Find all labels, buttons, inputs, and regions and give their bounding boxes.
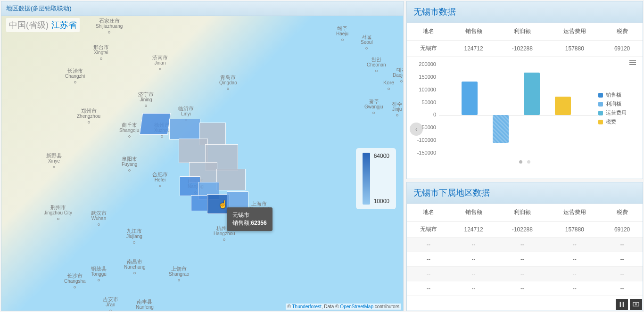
region-nantong[interactable] [216, 169, 246, 190]
chart-legend: 销售额 利润额 运营费用 税费 [598, 61, 639, 156]
legend-max: 64000 [374, 153, 389, 159]
col-name: 地名 [407, 23, 450, 41]
svg-rect-1 [623, 302, 624, 307]
tooltip-metric-value: 62356 [251, 220, 266, 226]
region-nanjing[interactable] [180, 176, 200, 196]
map-attribution: © Thunderforest, Data © OpenStreetMap co… [286, 304, 401, 310]
legend-profit[interactable]: 利润额 [606, 100, 621, 107]
subregion-panel: 无锡市下属地区数据 地名 销售额 利润额 运营费用 税费 无锡市124712-1… [406, 182, 643, 311]
table-row[interactable]: 无锡市124712-10228815788069120 [407, 222, 643, 238]
chart-pager [411, 156, 639, 168]
attribution-osm-link[interactable]: OpenStreetMap [340, 304, 373, 309]
map-panel-title: 地区数据(多层钻取联动) [1, 1, 403, 16]
map-city-label: 青岛市Qingdao [219, 74, 237, 91]
map-city-label: 郑州市Zhengzhou [77, 108, 100, 124]
bar-tax[interactable] [555, 97, 571, 115]
map-city-label: 南丰县Nanfeng [136, 299, 154, 311]
map-city-label: 济宁市Jining [138, 91, 154, 108]
col-profit: 利润额 [497, 23, 547, 41]
map-city-label: 荆州市Jingzhou City [44, 205, 72, 221]
map-city-label: 长沙市Changsha [64, 273, 86, 289]
legend-cost[interactable]: 运营费用 [606, 109, 627, 116]
map-city-label: 진주Jinju [392, 101, 402, 117]
bar-sales[interactable] [462, 82, 478, 115]
map-breadcrumb: 中国(省级) 江苏省 [6, 18, 80, 32]
map-city-label: 上饶市Shangrao [169, 266, 189, 282]
legend-tax[interactable]: 税费 [606, 118, 616, 125]
city-bar-chart: ‹ 200000 150000 100000 50000 0 -50000 -1… [407, 57, 643, 170]
svg-rect-0 [620, 302, 621, 307]
bottom-toolbar [616, 299, 642, 310]
region-suqian[interactable] [179, 139, 208, 163]
table-row[interactable]: ---------- [407, 281, 643, 296]
map-city-label: 长治市Changzhi [65, 68, 85, 84]
city-data-title: 无锡市数据 [407, 1, 643, 23]
cursor-pointer-icon: ☝ [218, 200, 228, 209]
map-city-label: 대전Daejeon [393, 67, 403, 83]
chart-y-axis: 200000 150000 100000 50000 0 -50000 -100… [411, 61, 439, 156]
bar-profit[interactable] [493, 115, 509, 142]
map-city-label: 阜阳市Fuyang [122, 156, 137, 172]
col-cost: 运营费用 [547, 23, 602, 41]
map-city-label: 해주Haeju [336, 25, 348, 42]
map-city-label: 铜鼓县Tonggu [91, 266, 107, 282]
map-city-label: 邢台市Xingtai [93, 44, 109, 61]
map-city-label: 南昌市Nanchang [124, 259, 146, 275]
tooltip-region-name: 无锡市 [232, 211, 267, 219]
table-row[interactable]: ---------- [407, 238, 643, 252]
legend-gradient [363, 153, 370, 205]
tooltip-metric-label: 销售额: [232, 220, 251, 226]
region-xuzhou[interactable] [140, 113, 171, 135]
breadcrumb-country[interactable]: 中国(省级) [9, 19, 49, 31]
map-city-label: 광주Gwangju [364, 99, 383, 115]
bar-cost[interactable] [524, 73, 540, 115]
map-city-label: 合肥市Hefei [152, 172, 168, 188]
presentation-button[interactable] [630, 299, 642, 310]
pager-dot-2[interactable] [527, 160, 530, 164]
map-canvas[interactable]: 石家庄市Shijiazhuang邢台市Xingtai长治市Changzhi济南市… [1, 16, 403, 311]
legend-sales[interactable]: 销售额 [606, 91, 621, 99]
region-changzhou[interactable] [191, 195, 209, 211]
col-tax: 税费 [602, 23, 643, 41]
table-row[interactable]: ---------- [407, 252, 643, 267]
map-city-label: 济南市Jinan [152, 55, 168, 71]
subregion-table: 地名 销售额 利润额 运营费用 税费 无锡市124712-10228815788… [407, 204, 643, 296]
map-color-legend: 64000 10000 [356, 148, 396, 209]
city-summary-table: 地名 销售额 利润额 运营费用 税费 无锡市 124712 -102288 15… [407, 23, 643, 57]
legend-min: 10000 [374, 198, 389, 205]
map-tooltip: 无锡市 销售额:62356 [227, 207, 272, 231]
map-city-label: 石家庄市Shijiazhuang [96, 18, 123, 34]
col-sales: 销售额 [450, 23, 497, 41]
table-row[interactable]: ---------- [407, 267, 643, 281]
svg-rect-3 [636, 303, 637, 305]
chart-plot-area [439, 61, 598, 156]
map-city-label: 新野县Xinye [46, 153, 62, 169]
map-city-label: 천안Cheonan [367, 57, 386, 73]
map-panel: 地区数据(多层钻取联动) 中国(省级) 江苏省 石家庄市Shijiazhuang… [1, 1, 404, 311]
attribution-thunderforest-link[interactable]: Thunderforest [292, 304, 321, 309]
map-city-label: 서울Seoul [361, 34, 373, 50]
pause-button[interactable] [616, 299, 628, 310]
map-city-label: 九江市Jiujiang [126, 228, 142, 245]
map-city-label: 武汉市Wuhan [91, 210, 107, 227]
pager-dot-1[interactable] [519, 160, 522, 164]
region-lianyungang[interactable] [169, 119, 200, 140]
city-data-panel: 无锡市数据 地名 销售额 利润额 运营费用 税费 无锡市 124712 -102… [406, 1, 643, 179]
subregion-title: 无锡市下属地区数据 [407, 182, 643, 204]
map-city-label: 商丘市Shangqiu [119, 122, 139, 139]
table-row[interactable]: 无锡市 124712 -102288 157880 69120 [407, 41, 643, 57]
breadcrumb-province[interactable]: 江苏省 [51, 19, 77, 31]
map-city-label: Kore [383, 80, 394, 91]
map-city-label: 吉安市Ji'an [103, 296, 118, 311]
